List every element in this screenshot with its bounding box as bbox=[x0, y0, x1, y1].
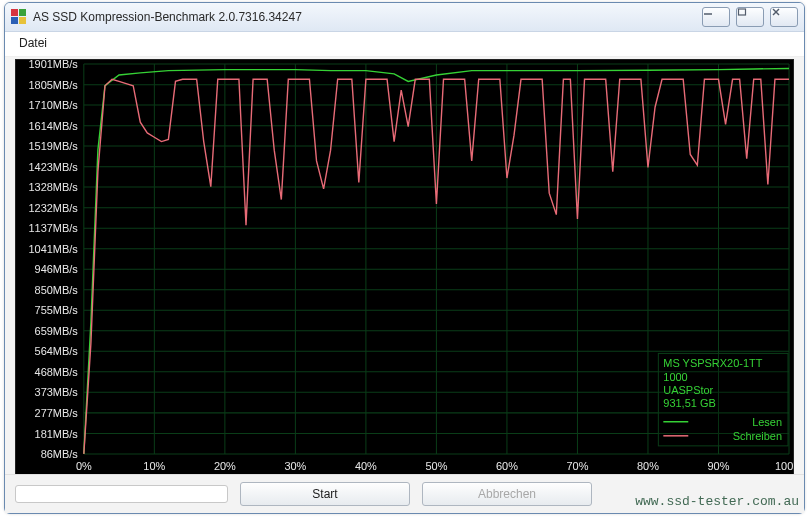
svg-text:0%: 0% bbox=[76, 460, 92, 472]
svg-text:659MB/s: 659MB/s bbox=[35, 325, 79, 337]
svg-text:90%: 90% bbox=[708, 460, 730, 472]
menu-file[interactable]: Datei bbox=[15, 34, 51, 52]
svg-text:Schreiben: Schreiben bbox=[733, 430, 782, 442]
window-controls bbox=[702, 7, 798, 27]
app-icon bbox=[11, 9, 27, 25]
svg-text:10%: 10% bbox=[143, 460, 165, 472]
chart-area: 86MB/s181MB/s277MB/s373MB/s468MB/s564MB/… bbox=[15, 59, 794, 475]
svg-text:1423MB/s: 1423MB/s bbox=[28, 161, 78, 173]
svg-text:1328MB/s: 1328MB/s bbox=[28, 181, 78, 193]
cancel-button[interactable]: Abbrechen bbox=[422, 482, 592, 506]
compression-chart: 86MB/s181MB/s277MB/s373MB/s468MB/s564MB/… bbox=[16, 60, 793, 474]
svg-rect-1 bbox=[739, 9, 746, 15]
minimize-icon bbox=[703, 8, 729, 26]
maximize-icon bbox=[737, 8, 763, 26]
svg-text:1232MB/s: 1232MB/s bbox=[28, 202, 78, 214]
close-icon bbox=[771, 8, 797, 26]
menubar: Datei bbox=[5, 32, 804, 57]
svg-text:373MB/s: 373MB/s bbox=[35, 386, 79, 398]
svg-text:50%: 50% bbox=[425, 460, 447, 472]
progress-bar bbox=[15, 485, 228, 503]
titlebar: AS SSD Kompression-Benchmark 2.0.7316.34… bbox=[5, 3, 804, 32]
svg-text:850MB/s: 850MB/s bbox=[35, 284, 79, 296]
maximize-button[interactable] bbox=[736, 7, 764, 27]
svg-text:MS YSPSRX20-1TT: MS YSPSRX20-1TT bbox=[663, 357, 762, 369]
svg-text:1041MB/s: 1041MB/s bbox=[28, 243, 78, 255]
close-button[interactable] bbox=[770, 7, 798, 27]
svg-text:1805MB/s: 1805MB/s bbox=[28, 79, 78, 91]
svg-text:564MB/s: 564MB/s bbox=[35, 345, 79, 357]
svg-text:Lesen: Lesen bbox=[752, 416, 782, 428]
svg-text:100%: 100% bbox=[775, 460, 793, 472]
svg-text:1901MB/s: 1901MB/s bbox=[28, 60, 78, 70]
svg-text:80%: 80% bbox=[637, 460, 659, 472]
minimize-button[interactable] bbox=[702, 7, 730, 27]
svg-text:40%: 40% bbox=[355, 460, 377, 472]
svg-text:181MB/s: 181MB/s bbox=[35, 427, 79, 439]
svg-text:1710MB/s: 1710MB/s bbox=[28, 99, 78, 111]
svg-text:1519MB/s: 1519MB/s bbox=[28, 140, 78, 152]
svg-text:931,51 GB: 931,51 GB bbox=[663, 397, 715, 409]
svg-text:86MB/s: 86MB/s bbox=[41, 448, 79, 460]
svg-text:1137MB/s: 1137MB/s bbox=[28, 222, 78, 234]
start-button[interactable]: Start bbox=[240, 482, 410, 506]
svg-text:946MB/s: 946MB/s bbox=[35, 263, 79, 275]
svg-text:UASPStor: UASPStor bbox=[663, 384, 713, 396]
svg-text:755MB/s: 755MB/s bbox=[35, 304, 79, 316]
app-window: AS SSD Kompression-Benchmark 2.0.7316.34… bbox=[4, 2, 805, 514]
svg-text:277MB/s: 277MB/s bbox=[35, 407, 79, 419]
svg-text:60%: 60% bbox=[496, 460, 518, 472]
svg-text:1614MB/s: 1614MB/s bbox=[28, 120, 78, 132]
svg-text:70%: 70% bbox=[566, 460, 588, 472]
svg-text:468MB/s: 468MB/s bbox=[35, 366, 79, 378]
svg-text:20%: 20% bbox=[214, 460, 236, 472]
svg-text:30%: 30% bbox=[284, 460, 306, 472]
bottom-bar: Start Abbrechen bbox=[5, 474, 804, 513]
window-title: AS SSD Kompression-Benchmark 2.0.7316.34… bbox=[33, 10, 302, 24]
svg-text:1000: 1000 bbox=[663, 371, 687, 383]
